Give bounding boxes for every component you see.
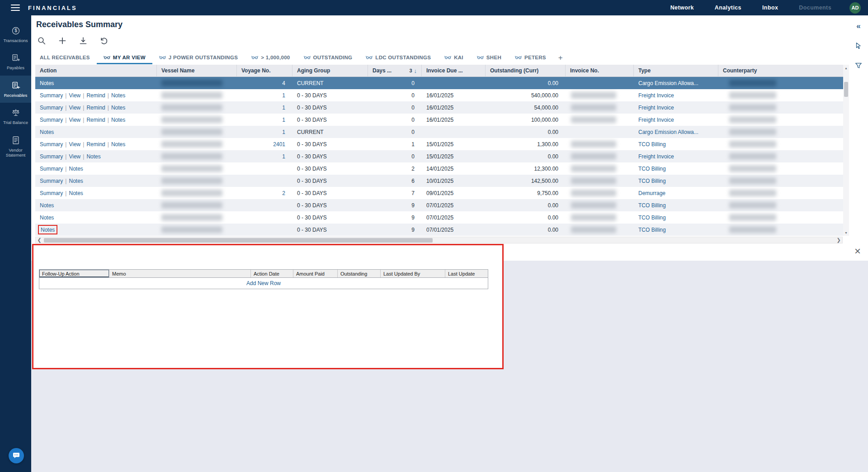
action-notes-link[interactable]: Notes (69, 166, 83, 172)
type-link[interactable]: TCO Billing (638, 202, 666, 209)
add-icon[interactable] (58, 36, 67, 45)
action-summary-link[interactable]: Summary (40, 92, 63, 99)
tab-all-receivables[interactable]: ALL RECEIVABLES (33, 52, 97, 64)
action-notes-link[interactable]: Notes (41, 227, 55, 233)
action-summary-link[interactable]: Summary (40, 153, 63, 160)
table-row[interactable]: Notes0 - 30 DAYS907/01/20250.00TCO Billi… (35, 211, 843, 224)
type-link[interactable]: Freight Invoice (638, 105, 674, 111)
type-link[interactable]: TCO Billing (638, 178, 666, 184)
tab-j-power-outstandings[interactable]: J POWER OUTSTANDINGS (152, 52, 245, 64)
avatar[interactable]: AD (849, 2, 861, 14)
tab-sheh[interactable]: SHEH (470, 52, 508, 64)
table-row[interactable]: Notes0 - 30 DAYS907/01/20250.00TCO Billi… (35, 224, 843, 236)
sidebar-item-receivables[interactable]: Receivables (0, 76, 31, 103)
add-new-row-link[interactable]: Add New Row (246, 280, 281, 286)
scroll-right-icon[interactable]: ❯ (835, 237, 842, 243)
scroll-down-icon[interactable]: ▼ (843, 229, 849, 236)
popup-column-header-amount-paid[interactable]: Amount Paid (293, 270, 338, 277)
action-notes-link[interactable]: Notes (40, 129, 54, 135)
reset-icon[interactable] (99, 36, 108, 45)
tab-kai[interactable]: KAI (438, 52, 470, 64)
action-remind-link[interactable]: Remind (86, 92, 105, 99)
tab-ldc-outstandings[interactable]: LDC OUTSTANDINGS (359, 52, 438, 64)
popup-column-header-outstanding[interactable]: Outstanding (338, 270, 381, 277)
type-link[interactable]: Cargo Emission Allowa... (638, 80, 698, 86)
popup-column-header-last-updated-by[interactable]: Last Updated By (381, 270, 445, 277)
pointer-icon[interactable] (854, 41, 863, 51)
scroll-left-icon[interactable]: ❮ (36, 237, 43, 243)
action-notes-link[interactable]: Notes (111, 92, 125, 99)
action-summary-link[interactable]: Summary (40, 117, 63, 123)
action-view-link[interactable]: View (69, 92, 80, 99)
action-remind-link[interactable]: Remind (86, 117, 105, 123)
action-summary-link[interactable]: Summary (40, 166, 63, 172)
type-link[interactable]: Freight Invoice (638, 92, 674, 99)
action-notes-link[interactable]: Notes (111, 105, 125, 111)
chat-button[interactable] (9, 448, 24, 463)
voyage-link[interactable]: 2 (282, 190, 285, 196)
action-notes-link[interactable]: Notes (111, 117, 125, 123)
sidebar-item-vendor-statement[interactable]: Vendor Statement (0, 130, 31, 163)
vertical-scrollbar[interactable]: ▲ ▼ (843, 65, 849, 236)
column-header-invoice-due[interactable]: Invoice Due ... (422, 65, 486, 77)
sidebar-item-trial-balance[interactable]: Trial Balance (0, 103, 31, 130)
top-nav-network[interactable]: Network (670, 5, 694, 11)
download-icon[interactable] (79, 36, 88, 45)
voyage-link[interactable]: 1 (282, 129, 285, 135)
action-summary-link[interactable]: Summary (40, 141, 63, 148)
type-link[interactable]: TCO Billing (638, 215, 666, 221)
action-summary-link[interactable]: Summary (40, 178, 63, 184)
action-notes-link[interactable]: Notes (69, 190, 83, 196)
action-view-link[interactable]: View (69, 141, 80, 148)
table-row[interactable]: Summary|Notes20 - 30 DAYS709/01/20259,75… (35, 187, 843, 199)
search-icon[interactable] (37, 36, 46, 45)
voyage-link[interactable]: 2401 (273, 141, 285, 148)
top-nav-documents[interactable]: Documents (799, 5, 831, 11)
voyage-link[interactable]: 1 (282, 92, 285, 99)
action-notes-link[interactable]: Notes (69, 178, 83, 184)
table-row[interactable]: Summary|View|Remind|Notes10 - 30 DAYS016… (35, 114, 843, 126)
table-row[interactable]: Summary|View|Notes10 - 30 DAYS015/01/202… (35, 150, 843, 162)
column-header-voyage-no[interactable]: Voyage No. (237, 65, 292, 77)
top-nav-analytics[interactable]: Analytics (715, 5, 741, 11)
close-panel-button[interactable]: × (854, 246, 861, 257)
sidebar-item-transactions[interactable]: $Transactions (0, 21, 31, 48)
voyage-link[interactable]: 4 (282, 80, 285, 86)
action-notes-link[interactable]: Notes (40, 215, 54, 221)
action-remind-link[interactable]: Remind (86, 141, 105, 148)
table-row[interactable]: Notes1CURRENT00.00Cargo Emission Allowa.… (35, 126, 843, 138)
column-header-type[interactable]: Type (634, 65, 718, 77)
table-row[interactable]: Summary|Notes0 - 30 DAYS610/01/2025142,5… (35, 175, 843, 187)
vertical-scroll-thumb[interactable] (844, 82, 848, 97)
scroll-up-icon[interactable]: ▲ (843, 65, 849, 71)
action-notes-link[interactable]: Notes (86, 153, 100, 160)
popup-column-header-last-update[interactable]: Last Update (445, 270, 488, 277)
table-row[interactable]: Summary|View|Remind|Notes10 - 30 DAYS016… (35, 89, 843, 101)
action-view-link[interactable]: View (69, 105, 80, 111)
column-header-counterparty[interactable]: Counterparty (718, 65, 843, 77)
type-link[interactable]: TCO Billing (638, 166, 666, 172)
horizontal-scrollbar[interactable]: ❮ ❯ (35, 237, 843, 243)
action-remind-link[interactable]: Remind (86, 105, 105, 111)
tab-outstanding[interactable]: OUTSTANDING (297, 52, 359, 64)
top-nav-inbox[interactable]: Inbox (762, 5, 778, 11)
tab-my-ar-view[interactable]: MY AR VIEW (97, 52, 152, 64)
column-header-action[interactable]: Action (35, 65, 157, 77)
action-notes-link[interactable]: Notes (111, 141, 125, 148)
action-notes-link[interactable]: Notes (40, 80, 54, 86)
type-link[interactable]: Freight Invoice (638, 153, 674, 160)
type-link[interactable]: TCO Billing (638, 227, 666, 233)
popup-column-header-memo[interactable]: Memo (109, 270, 251, 277)
type-link[interactable]: TCO Billing (638, 141, 666, 148)
column-header-days[interactable]: Days ...3↓ (368, 65, 422, 77)
action-summary-link[interactable]: Summary (40, 190, 63, 196)
add-view-button[interactable]: + (553, 52, 568, 64)
voyage-link[interactable]: 1 (282, 117, 285, 123)
collapse-icon[interactable]: « (854, 21, 863, 31)
table-row[interactable]: Summary|View|Remind|Notes10 - 30 DAYS016… (35, 101, 843, 114)
voyage-link[interactable]: 1 (282, 105, 285, 111)
type-link[interactable]: Freight Invoice (638, 117, 674, 123)
type-link[interactable]: Cargo Emission Allowa... (638, 129, 698, 135)
sidebar-item-payables[interactable]: Payables (0, 48, 31, 75)
table-row[interactable]: Summary|Notes0 - 30 DAYS214/01/202512,30… (35, 162, 843, 175)
